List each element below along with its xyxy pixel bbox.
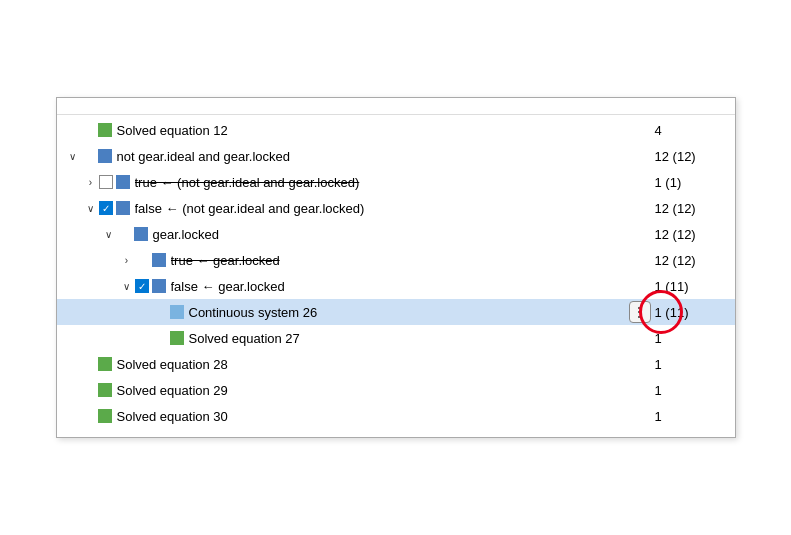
size-area: 1 — [655, 357, 735, 372]
color-indicator — [98, 409, 112, 423]
checkbox[interactable] — [99, 175, 113, 189]
row-size: 12 (12) — [655, 253, 735, 268]
expand-button[interactable]: ∨ — [101, 226, 117, 242]
expand-button[interactable]: › — [83, 174, 99, 190]
row-content: ›true ← (not gear.ideal and gear.locked) — [57, 174, 655, 190]
row-size: 1 — [655, 331, 735, 346]
row-content: ›true ← gear.locked — [57, 252, 655, 268]
checkbox[interactable] — [135, 279, 149, 293]
row-content: Solved equation 12 — [57, 123, 655, 138]
tree-row[interactable]: ∨false ← (not gear.ideal and gear.locked… — [57, 195, 735, 221]
tree-row[interactable]: ›true ← (not gear.ideal and gear.locked)… — [57, 169, 735, 195]
tree-row[interactable]: ∨not gear.ideal and gear.locked12 (12) — [57, 143, 735, 169]
color-indicator — [98, 357, 112, 371]
size-area: 12 (12) — [655, 201, 735, 216]
row-size: 1 — [655, 383, 735, 398]
tree-row[interactable]: Continuous system 26⋮1 (11) — [57, 299, 735, 325]
size-area: 12 (12) — [655, 253, 735, 268]
row-label: true ← (not gear.ideal and gear.locked) — [135, 175, 655, 190]
color-indicator — [152, 253, 166, 267]
row-content: Continuous system 26 — [57, 305, 629, 320]
tree-row[interactable]: Solved equation 301 — [57, 403, 735, 429]
row-size: 1 — [655, 357, 735, 372]
size-area: 12 (12) — [655, 227, 735, 242]
row-size: 12 (12) — [655, 227, 735, 242]
row-content: Solved equation 28 — [57, 357, 655, 372]
size-area: 4 — [655, 123, 735, 138]
row-label: false ← (not gear.ideal and gear.locked) — [135, 201, 655, 216]
checkbox[interactable] — [99, 201, 113, 215]
size-area: 1 — [655, 331, 735, 346]
row-size: 1 (11) — [655, 279, 735, 294]
row-content: ∨not gear.ideal and gear.locked — [57, 148, 655, 164]
color-indicator — [98, 123, 112, 137]
expand-button[interactable]: ∨ — [65, 148, 81, 164]
row-content: Solved equation 27 — [57, 331, 655, 346]
size-area: 1 (1) — [655, 175, 735, 190]
row-size: 1 (11) — [655, 305, 735, 320]
row-label: Solved equation 27 — [189, 331, 655, 346]
row-content: Solved equation 30 — [57, 409, 655, 424]
size-area: 1 — [655, 383, 735, 398]
color-indicator — [116, 175, 130, 189]
row-size: 12 (12) — [655, 149, 735, 164]
color-indicator — [98, 383, 112, 397]
tree-row[interactable]: Solved equation 291 — [57, 377, 735, 403]
row-size: 1 (1) — [655, 175, 735, 190]
row-size: 4 — [655, 123, 735, 138]
row-label: Solved equation 12 — [117, 123, 655, 138]
row-label: false ← gear.locked — [171, 279, 655, 294]
color-indicator — [116, 201, 130, 215]
color-indicator — [170, 305, 184, 319]
table-header — [57, 106, 735, 115]
context-menu-button[interactable]: ⋮ — [629, 301, 651, 323]
row-label: Continuous system 26 — [189, 305, 629, 320]
color-indicator — [152, 279, 166, 293]
expand-button[interactable]: › — [119, 252, 135, 268]
row-content: ∨gear.locked — [57, 226, 655, 242]
color-indicator — [170, 331, 184, 345]
tree-row[interactable]: Solved equation 281 — [57, 351, 735, 377]
row-content: ∨false ← gear.locked — [57, 278, 655, 294]
row-size: 12 (12) — [655, 201, 735, 216]
expand-button[interactable]: ∨ — [119, 278, 135, 294]
row-label: gear.locked — [153, 227, 655, 242]
system-panel: Solved equation 124∨not gear.ideal and g… — [56, 97, 736, 438]
size-area: 12 (12) — [655, 149, 735, 164]
tree-row[interactable]: ∨false ← gear.locked1 (11) — [57, 273, 735, 299]
tree-container: Solved equation 124∨not gear.ideal and g… — [57, 117, 735, 429]
tree-row[interactable]: Solved equation 271 — [57, 325, 735, 351]
color-indicator — [134, 227, 148, 241]
size-area: 1 — [655, 409, 735, 424]
tree-row[interactable]: ∨gear.locked12 (12) — [57, 221, 735, 247]
row-label: true ← gear.locked — [171, 253, 655, 268]
size-area: 1 (11) — [655, 279, 735, 294]
tree-row[interactable]: Solved equation 124 — [57, 117, 735, 143]
tree-row[interactable]: ›true ← gear.locked12 (12) — [57, 247, 735, 273]
size-area: ⋮1 (11) — [629, 301, 735, 323]
row-size: 1 — [655, 409, 735, 424]
row-content: Solved equation 29 — [57, 383, 655, 398]
row-label: not gear.ideal and gear.locked — [117, 149, 655, 164]
row-label: Solved equation 30 — [117, 409, 655, 424]
row-label: Solved equation 28 — [117, 357, 655, 372]
row-content: ∨false ← (not gear.ideal and gear.locked… — [57, 200, 655, 216]
row-label: Solved equation 29 — [117, 383, 655, 398]
expand-button[interactable]: ∨ — [83, 200, 99, 216]
color-indicator — [98, 149, 112, 163]
